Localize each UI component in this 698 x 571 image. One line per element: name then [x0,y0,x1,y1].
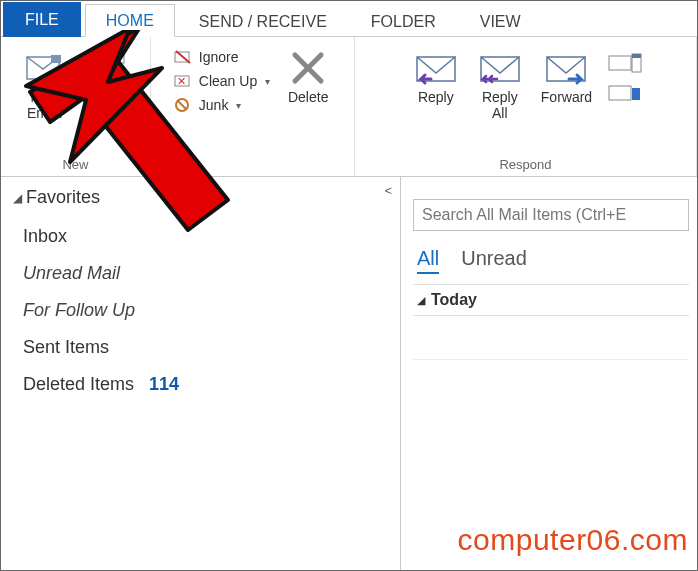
nav-item-label: For Follow Up [23,300,135,320]
ribbon: New Email Ite [1,37,697,177]
reply-button[interactable]: Reply [407,43,465,109]
reply-icon [413,47,459,89]
svg-point-3 [91,62,97,68]
cleanup-button[interactable]: ✕ Clean Up ▾ [169,71,274,91]
search-input[interactable]: Search All Mail Items (Ctrl+E [413,199,689,231]
nav-item-deleted-items[interactable]: Deleted Items 114 [13,366,388,403]
nav-item-label: Deleted Items [23,374,134,394]
nav-item-for-follow-up[interactable]: For Follow Up [13,292,388,329]
ribbon-group-delete: Ignore ✕ Clean Up ▾ Junk ▾ [151,37,355,176]
meeting-icon[interactable] [608,53,644,75]
svg-rect-5 [112,53,124,56]
mail-list-pane: Search All Mail Items (Ctrl+E All Unread… [401,177,697,570]
junk-icon [173,97,193,113]
ignore-button[interactable]: Ignore [169,47,274,67]
tab-view[interactable]: VIEW [460,6,541,37]
nav-item-unread-mail[interactable]: Unread Mail [13,255,388,292]
nav-item-label: Inbox [23,226,67,246]
new-items-button[interactable]: Ite [79,43,135,109]
ribbon-group-respond: Reply Reply All [355,37,697,176]
svg-rect-19 [609,86,631,100]
delete-button[interactable]: Delete [280,43,336,109]
junk-label: Junk [199,97,229,113]
more-respond-icon[interactable] [608,83,644,105]
new-email-button[interactable]: New Email [17,43,73,125]
expand-triangle-icon: ◢ [13,191,22,205]
tab-home[interactable]: HOME [85,4,175,37]
svg-rect-1 [51,55,61,63]
reply-label: Reply [418,89,454,105]
date-group-label: Today [431,291,477,309]
nav-item-label: Sent Items [23,337,109,357]
new-items-label: Ite [99,89,115,105]
forward-icon [543,47,589,89]
nav-item-label: Unread Mail [23,263,120,283]
group-label-respond: Respond [499,157,551,174]
svg-rect-16 [609,56,631,70]
group-label-new: New [62,157,88,174]
reply-all-label: Reply All [482,89,518,121]
envelope-icon [25,47,65,89]
tab-send-receive[interactable]: SEND / RECEIVE [179,6,347,37]
forward-button[interactable]: Forward [535,43,598,109]
ribbon-tabs: FILE HOME SEND / RECEIVE FOLDER VIEW [1,1,697,37]
ribbon-group-new: New Email Ite [1,37,151,176]
svg-rect-18 [632,54,641,58]
tab-file[interactable]: FILE [3,2,81,37]
collapse-nav-icon[interactable]: < [384,183,392,198]
nav-item-count: 114 [149,374,179,394]
folder-nav-pane: < ◢ Favorites Inbox Unread Mail For Foll… [1,177,401,570]
expand-triangle-icon: ◢ [417,294,425,307]
nav-item-inbox[interactable]: Inbox [13,218,388,255]
outlook-window: FILE HOME SEND / RECEIVE FOLDER VIEW New… [0,0,698,571]
chevron-down-icon: ▾ [265,76,270,87]
mail-item-row[interactable] [413,316,689,360]
svg-rect-20 [632,88,640,100]
svg-rect-7 [106,67,122,70]
content-area: < ◢ Favorites Inbox Unread Mail For Foll… [1,177,697,570]
svg-text:✕: ✕ [177,75,186,87]
cleanup-icon: ✕ [173,73,193,89]
favorites-label: Favorites [26,187,100,208]
cleanup-label: Clean Up [199,73,257,89]
forward-label: Forward [541,89,592,105]
reply-all-icon [477,47,523,89]
filter-unread[interactable]: Unread [461,247,527,274]
ignore-label: Ignore [199,49,239,65]
svg-line-13 [178,101,186,109]
new-email-label: New Email [27,89,62,121]
ignore-icon [173,49,193,65]
filter-all[interactable]: All [417,247,439,274]
delete-label: Delete [288,89,328,105]
delete-x-icon [289,47,327,89]
respond-extra [604,43,644,105]
mail-filter-row: All Unread [413,231,689,284]
tab-folder[interactable]: FOLDER [351,6,456,37]
reply-all-button[interactable]: Reply All [471,43,529,125]
favorites-section-header[interactable]: ◢ Favorites [13,187,388,208]
new-items-icon [86,47,128,89]
chevron-down-icon: ▾ [236,100,241,111]
date-group-today[interactable]: ◢ Today [413,284,689,316]
nav-item-sent-items[interactable]: Sent Items [13,329,388,366]
junk-button[interactable]: Junk ▾ [169,95,274,115]
